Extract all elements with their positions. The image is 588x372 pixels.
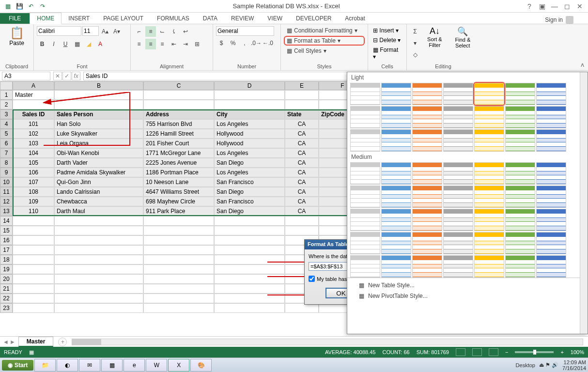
cell-E7[interactable]: CA bbox=[285, 148, 319, 158]
cell-A6[interactable]: 103 bbox=[13, 139, 54, 148]
table-style-swatch[interactable] bbox=[350, 162, 380, 185]
headers-checkbox[interactable] bbox=[309, 276, 315, 282]
cell-A15[interactable] bbox=[13, 226, 54, 235]
cell-D10[interactable]: San Francisco bbox=[214, 177, 285, 187]
row-header-4[interactable]: 4 bbox=[0, 119, 13, 129]
table-style-swatch[interactable] bbox=[536, 106, 566, 128]
table-style-swatch[interactable] bbox=[536, 209, 566, 231]
cell-B20[interactable] bbox=[54, 274, 143, 284]
cell-B12[interactable]: Chewbacca bbox=[54, 197, 143, 206]
cell-B13[interactable]: Darth Maul bbox=[54, 206, 143, 216]
task-paint-icon[interactable]: 🎨 bbox=[190, 359, 212, 372]
table-style-swatch[interactable] bbox=[443, 162, 473, 185]
cell-B6[interactable]: Leia Organa bbox=[54, 139, 143, 148]
decrease-indent-icon[interactable]: ⇤ bbox=[169, 39, 179, 49]
cell-E15[interactable] bbox=[285, 226, 319, 235]
page-break-view-icon[interactable] bbox=[489, 348, 498, 356]
cell-A18[interactable] bbox=[13, 255, 54, 264]
cell-C12[interactable]: 698 Mayhew Circle bbox=[143, 197, 214, 206]
cell-D3[interactable]: City bbox=[214, 109, 285, 119]
cell-A7[interactable]: 104 bbox=[13, 148, 54, 158]
align-left-icon[interactable]: ≡ bbox=[134, 39, 144, 49]
table-style-swatch[interactable] bbox=[443, 232, 473, 254]
cell-D19[interactable] bbox=[214, 264, 285, 274]
sheet-nav-prev-icon[interactable]: ◄ bbox=[3, 339, 9, 345]
cell-B2[interactable] bbox=[54, 100, 143, 109]
row-header-9[interactable]: 9 bbox=[0, 168, 13, 177]
cell-D18[interactable] bbox=[214, 255, 285, 264]
table-style-swatch[interactable] bbox=[412, 186, 442, 208]
table-style-swatch[interactable] bbox=[505, 83, 535, 105]
row-header-6[interactable]: 6 bbox=[0, 139, 13, 148]
cell-B14[interactable] bbox=[54, 216, 143, 226]
col-header-D[interactable]: D bbox=[214, 81, 285, 90]
cell-C10[interactable]: 10 Neeson Lane bbox=[143, 177, 214, 187]
cell-C13[interactable]: 911 Park Place bbox=[143, 206, 214, 216]
orientation-icon[interactable]: ⤹ bbox=[169, 26, 179, 37]
cell-C15[interactable] bbox=[143, 226, 214, 235]
cell-C16[interactable] bbox=[143, 235, 214, 245]
format-cells-button[interactable]: ▦ Format ▾ bbox=[371, 46, 403, 61]
cell-E10[interactable]: CA bbox=[285, 177, 319, 187]
tab-page-layout[interactable]: PAGE LAYOUT bbox=[96, 13, 150, 24]
cell-E14[interactable] bbox=[285, 216, 319, 226]
cell-A1[interactable]: Master bbox=[13, 90, 54, 100]
table-style-swatch[interactable] bbox=[443, 129, 473, 152]
table-style-swatch[interactable] bbox=[474, 129, 504, 152]
italic-button[interactable]: I bbox=[48, 39, 59, 49]
cell-B1[interactable] bbox=[54, 90, 143, 100]
cell-B7[interactable]: Obi-Wan Kenobi bbox=[54, 148, 143, 158]
increase-font-icon[interactable]: A▴ bbox=[100, 26, 110, 37]
col-header-B[interactable]: B bbox=[54, 81, 143, 90]
cell-C19[interactable] bbox=[143, 264, 214, 274]
show-desktop[interactable]: Desktop bbox=[516, 362, 535, 368]
task-ie-icon[interactable]: e bbox=[124, 359, 145, 372]
cell-A22[interactable] bbox=[13, 294, 54, 303]
cell-B3[interactable]: Sales Person bbox=[54, 109, 143, 119]
row-header-18[interactable]: 18 bbox=[0, 255, 13, 264]
cell-A21[interactable] bbox=[13, 284, 54, 294]
cell-C18[interactable] bbox=[143, 255, 214, 264]
row-header-21[interactable]: 21 bbox=[0, 284, 13, 294]
close-icon[interactable]: ✕ bbox=[575, 2, 584, 10]
collapse-ribbon-icon[interactable]: ʌ bbox=[581, 62, 584, 68]
align-right-icon[interactable]: ≡ bbox=[157, 39, 168, 49]
cell-E12[interactable]: CA bbox=[285, 197, 319, 206]
zoom-slider[interactable] bbox=[515, 351, 554, 353]
cell-B4[interactable]: Han Solo bbox=[54, 119, 143, 129]
currency-icon[interactable]: $ bbox=[216, 38, 227, 48]
format-as-table-button[interactable]: ▦ Format as Table ▾ bbox=[284, 36, 365, 46]
cell-A17[interactable] bbox=[13, 245, 54, 255]
cell-D9[interactable]: Los Angeles bbox=[214, 168, 285, 177]
cell-E23[interactable] bbox=[285, 303, 319, 313]
percent-icon[interactable]: % bbox=[228, 38, 238, 48]
insert-cells-button[interactable]: ⊞ Insert ▾ bbox=[371, 26, 403, 35]
cell-D22[interactable] bbox=[214, 294, 285, 303]
col-header-A[interactable]: A bbox=[13, 81, 54, 90]
cell-C20[interactable] bbox=[143, 274, 214, 284]
table-style-swatch[interactable] bbox=[505, 255, 535, 278]
table-style-swatch[interactable] bbox=[536, 186, 566, 208]
row-header-14[interactable]: 14 bbox=[0, 216, 13, 226]
cell-D8[interactable]: San Diego bbox=[214, 158, 285, 168]
increase-decimal-icon[interactable]: .0→ bbox=[251, 38, 262, 48]
table-style-swatch[interactable] bbox=[474, 106, 504, 128]
table-style-swatch[interactable] bbox=[443, 106, 473, 128]
table-style-swatch[interactable] bbox=[381, 83, 411, 105]
decrease-decimal-icon[interactable]: ←.0 bbox=[263, 38, 273, 48]
task-outlook-icon[interactable]: ✉ bbox=[79, 359, 100, 372]
row-header-13[interactable]: 13 bbox=[0, 206, 13, 216]
cell-B11[interactable]: Lando Calrissian bbox=[54, 187, 143, 197]
cell-styles-button[interactable]: ▦ Cell Styles ▾ bbox=[284, 46, 365, 55]
cell-E6[interactable]: CA bbox=[285, 139, 319, 148]
table-style-swatch[interactable] bbox=[536, 129, 566, 152]
cell-C1[interactable] bbox=[143, 90, 214, 100]
task-chrome-icon[interactable]: ◐ bbox=[57, 359, 78, 372]
table-style-swatch[interactable] bbox=[505, 232, 535, 254]
add-sheet-button[interactable]: + bbox=[58, 338, 67, 346]
cell-A12[interactable]: 109 bbox=[13, 197, 54, 206]
cell-E9[interactable]: CA bbox=[285, 168, 319, 177]
row-header-10[interactable]: 10 bbox=[0, 177, 13, 187]
cell-B15[interactable] bbox=[54, 226, 143, 235]
start-button[interactable]: ◉ Start bbox=[2, 360, 33, 371]
